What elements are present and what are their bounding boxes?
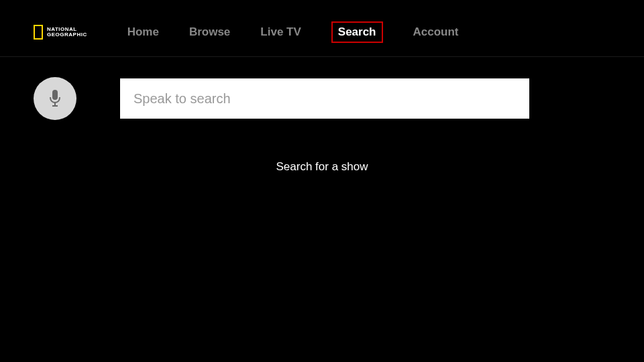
nav-search[interactable]: Search (331, 21, 383, 43)
search-input[interactable] (120, 78, 529, 119)
nav-account[interactable]: Account (413, 25, 459, 39)
nav-browse[interactable]: Browse (189, 25, 230, 39)
nav-home[interactable]: Home (127, 25, 159, 39)
brand-logo[interactable]: NATIONAL GEOGRAPHIC (34, 25, 87, 40)
search-area (0, 57, 644, 120)
header: NATIONAL GEOGRAPHIC Home Browse Live TV … (0, 0, 644, 57)
svg-rect-0 (52, 90, 58, 100)
logo-text-line2: GEOGRAPHIC (47, 32, 87, 38)
microphone-icon (48, 88, 62, 109)
search-prompt: Search for a show (0, 160, 644, 174)
nav-live-tv[interactable]: Live TV (260, 25, 301, 39)
main-nav: Home Browse Live TV Search Account (127, 21, 459, 43)
voice-search-button[interactable] (34, 77, 76, 120)
logo-text: NATIONAL GEOGRAPHIC (47, 27, 87, 38)
logo-frame-icon (34, 25, 43, 40)
